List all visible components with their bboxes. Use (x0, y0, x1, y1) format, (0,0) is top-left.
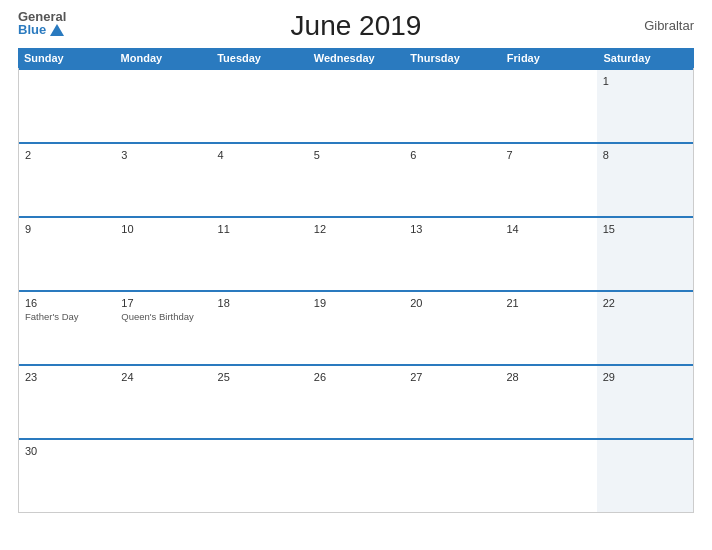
cell-date: 15 (603, 223, 687, 235)
cell-date: 26 (314, 371, 398, 383)
cell-date: 7 (506, 149, 590, 161)
table-row: 20 (404, 292, 500, 364)
cell-date: 17 (121, 297, 205, 309)
header-monday: Monday (115, 48, 212, 68)
cell-date: 13 (410, 223, 494, 235)
calendar-row-1: 2345678 (19, 142, 693, 216)
table-row: 2 (19, 144, 115, 216)
table-row (115, 440, 211, 512)
cell-date: 11 (218, 223, 302, 235)
header-friday: Friday (501, 48, 598, 68)
table-row: 9 (19, 218, 115, 290)
table-row: 1 (597, 70, 693, 142)
table-row: 3 (115, 144, 211, 216)
cell-date: 12 (314, 223, 398, 235)
calendar-row-3: 16Father's Day17Queen's Birthday18192021… (19, 290, 693, 364)
cell-date: 19 (314, 297, 398, 309)
calendar-row-4: 23242526272829 (19, 364, 693, 438)
calendar-grid: 12345678910111213141516Father's Day17Que… (18, 68, 694, 513)
cell-date: 8 (603, 149, 687, 161)
cell-date: 4 (218, 149, 302, 161)
calendar-container: General Blue June 2019 Gibraltar Sunday … (0, 0, 712, 550)
table-row (597, 440, 693, 512)
table-row: 19 (308, 292, 404, 364)
table-row: 29 (597, 366, 693, 438)
cell-date: 27 (410, 371, 494, 383)
day-headers: Sunday Monday Tuesday Wednesday Thursday… (18, 48, 694, 68)
table-row: 16Father's Day (19, 292, 115, 364)
cell-date: 1 (603, 75, 687, 87)
cell-date: 16 (25, 297, 109, 309)
table-row: 11 (212, 218, 308, 290)
table-row (500, 70, 596, 142)
cell-date: 20 (410, 297, 494, 309)
header-thursday: Thursday (404, 48, 501, 68)
cell-event: Queen's Birthday (121, 311, 205, 323)
calendar-row-2: 9101112131415 (19, 216, 693, 290)
table-row: 7 (500, 144, 596, 216)
table-row (500, 440, 596, 512)
table-row (212, 440, 308, 512)
calendar-row-0: 1 (19, 68, 693, 142)
cell-date: 10 (121, 223, 205, 235)
table-row: 6 (404, 144, 500, 216)
table-row (404, 70, 500, 142)
table-row: 24 (115, 366, 211, 438)
cell-date: 23 (25, 371, 109, 383)
calendar-row-5: 30 (19, 438, 693, 512)
table-row (212, 70, 308, 142)
cell-date: 3 (121, 149, 205, 161)
table-row: 5 (308, 144, 404, 216)
cell-date: 24 (121, 371, 205, 383)
cell-date: 14 (506, 223, 590, 235)
cell-date: 25 (218, 371, 302, 383)
table-row: 8 (597, 144, 693, 216)
cell-date: 5 (314, 149, 398, 161)
table-row: 12 (308, 218, 404, 290)
table-row (308, 70, 404, 142)
table-row (115, 70, 211, 142)
cell-date: 22 (603, 297, 687, 309)
table-row: 4 (212, 144, 308, 216)
table-row (19, 70, 115, 142)
table-row: 17Queen's Birthday (115, 292, 211, 364)
table-row (308, 440, 404, 512)
table-row: 14 (500, 218, 596, 290)
table-row: 26 (308, 366, 404, 438)
header-saturday: Saturday (597, 48, 694, 68)
cell-date: 28 (506, 371, 590, 383)
cell-date: 30 (25, 445, 109, 457)
calendar-title: June 2019 (291, 10, 422, 42)
table-row: 28 (500, 366, 596, 438)
cell-date: 21 (506, 297, 590, 309)
header-wednesday: Wednesday (308, 48, 405, 68)
table-row: 25 (212, 366, 308, 438)
table-row: 21 (500, 292, 596, 364)
country-label: Gibraltar (644, 18, 694, 33)
table-row: 22 (597, 292, 693, 364)
table-row: 30 (19, 440, 115, 512)
logo: General Blue (18, 10, 66, 36)
table-row: 15 (597, 218, 693, 290)
cell-date: 2 (25, 149, 109, 161)
table-row: 13 (404, 218, 500, 290)
logo-blue-text: Blue (18, 23, 66, 36)
cell-date: 29 (603, 371, 687, 383)
cell-event: Father's Day (25, 311, 109, 323)
logo-triangle-icon (50, 24, 64, 36)
calendar-header: General Blue June 2019 Gibraltar (18, 10, 694, 42)
header-tuesday: Tuesday (211, 48, 308, 68)
cell-date: 9 (25, 223, 109, 235)
table-row: 18 (212, 292, 308, 364)
table-row: 27 (404, 366, 500, 438)
table-row (404, 440, 500, 512)
cell-date: 6 (410, 149, 494, 161)
header-sunday: Sunday (18, 48, 115, 68)
cell-date: 18 (218, 297, 302, 309)
table-row: 23 (19, 366, 115, 438)
table-row: 10 (115, 218, 211, 290)
